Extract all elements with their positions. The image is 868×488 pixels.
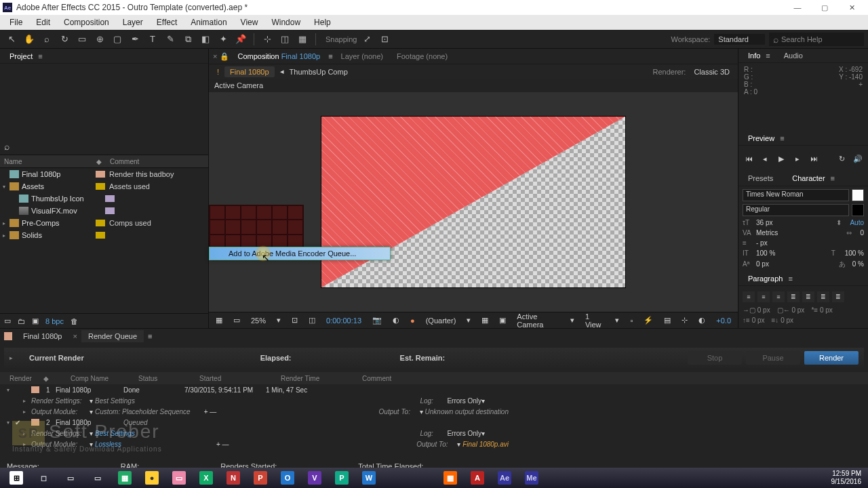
- taskbar-app[interactable]: ▦: [437, 469, 464, 487]
- font-family-dropdown[interactable]: Times New Roman: [743, 189, 849, 201]
- project-tab[interactable]: Project: [4, 50, 38, 62]
- zoom-tool-icon[interactable]: ⌕: [39, 32, 54, 47]
- taskbar-app[interactable]: ▭: [84, 469, 111, 487]
- project-item[interactable]: ▸Pre-CompsComps used: [0, 217, 208, 229]
- fast-preview-icon[interactable]: ⚡: [641, 316, 656, 325]
- tsume-value[interactable]: 0 %: [852, 260, 864, 268]
- menu-effect[interactable]: Effect: [150, 16, 184, 29]
- baseline-value[interactable]: 0 px: [756, 260, 769, 268]
- taskbar-app[interactable]: P: [328, 469, 355, 487]
- job1-twisty[interactable]: ▾: [7, 387, 15, 393]
- indent-right-value[interactable]: 0 px: [791, 306, 804, 314]
- stroke-width-value[interactable]: - px: [756, 239, 768, 247]
- transparency-icon[interactable]: ▦: [479, 316, 491, 325]
- timeline-close-icon[interactable]: ×: [73, 332, 77, 340]
- job2-rs-value[interactable]: Best Settings: [95, 430, 135, 437]
- system-clock[interactable]: 12:59 PM9/15/2016: [831, 470, 866, 486]
- trash-icon[interactable]: 🗑: [71, 317, 78, 325]
- indent-first-value[interactable]: 0 px: [820, 306, 833, 314]
- flowchart-icon[interactable]: ⊹: [679, 316, 690, 325]
- grid-toggle-icon[interactable]: ▦: [213, 316, 225, 325]
- snapshot-icon[interactable]: 📷: [370, 316, 384, 325]
- proj-comp-icon[interactable]: ▣: [32, 317, 39, 325]
- next-frame-icon[interactable]: ▸: [791, 152, 804, 165]
- proj-interpret-icon[interactable]: ▭: [4, 317, 11, 325]
- context-menu-add-to-ame[interactable]: Add to Adobe Media Encoder Queue...: [209, 247, 391, 260]
- justify-right-icon[interactable]: ≣: [817, 291, 829, 302]
- workspace-dropdown[interactable]: Standard: [714, 34, 765, 45]
- job2-check[interactable]: ✔: [15, 419, 24, 426]
- channel-icon[interactable]: ◐: [390, 316, 402, 325]
- mask-toggle-icon[interactable]: ▭: [231, 316, 243, 325]
- tracking-value[interactable]: 0: [860, 229, 864, 237]
- breadcrumb-back-icon[interactable]: ◂: [280, 67, 284, 76]
- project-item[interactable]: ▾AssetsAssets used: [0, 180, 208, 192]
- last-frame-icon[interactable]: ⏭: [808, 152, 820, 165]
- close-button[interactable]: ✕: [838, 0, 865, 15]
- layer-tab[interactable]: Layer (none): [336, 50, 389, 62]
- taskbar-app[interactable]: N: [220, 469, 247, 487]
- menu-edit[interactable]: Edit: [29, 16, 57, 29]
- exposure-reset-icon[interactable]: ◐: [696, 316, 708, 325]
- proj-folder-icon[interactable]: 🗀: [18, 317, 25, 325]
- justify-all-icon[interactable]: ≣: [832, 291, 844, 302]
- footage-tab[interactable]: Footage (none): [391, 50, 453, 62]
- camera-dropdown[interactable]: Active Camera: [514, 312, 562, 329]
- project-item[interactable]: Final 1080pRender this badboy: [0, 168, 208, 180]
- roto-tool-icon[interactable]: ✦: [216, 32, 231, 47]
- taskbar-app[interactable]: ▭: [165, 469, 193, 487]
- font-size-value[interactable]: 36 px: [756, 219, 772, 226]
- comp-close-icon[interactable]: ×: [213, 52, 217, 60]
- justify-left-icon[interactable]: ≣: [787, 291, 800, 302]
- mask-tool-icon[interactable]: ◫: [277, 32, 292, 47]
- taskbar-app[interactable]: ⊞: [3, 469, 30, 487]
- 3d-icon[interactable]: ▣: [496, 316, 509, 325]
- play-icon[interactable]: ▶: [775, 152, 787, 165]
- pause-button[interactable]: Pause: [746, 351, 800, 365]
- pen-tool-icon[interactable]: ✒: [127, 32, 142, 47]
- search-help-input[interactable]: Search Help: [769, 33, 864, 46]
- timecode[interactable]: 0:00:00:13: [323, 317, 364, 325]
- minimize-button[interactable]: —: [784, 0, 811, 15]
- composition-tab[interactable]: Composition Final 1080p: [232, 50, 326, 62]
- first-frame-icon[interactable]: ⏮: [743, 152, 755, 165]
- zoom-dropdown[interactable]: 25%: [248, 317, 269, 325]
- taskbar-app[interactable]: P: [247, 469, 274, 487]
- hand-tool-icon[interactable]: ✋: [22, 32, 37, 47]
- roi-icon[interactable]: ◫: [306, 316, 318, 325]
- selection-tool-icon[interactable]: ↖: [4, 32, 19, 47]
- space-after-value[interactable]: 0 px: [781, 317, 793, 324]
- job2-log-value[interactable]: Errors Only: [447, 430, 481, 437]
- hscale-value[interactable]: 100 %: [845, 249, 864, 257]
- presets-tab[interactable]: Presets: [743, 172, 778, 184]
- stop-button[interactable]: Stop: [688, 351, 742, 365]
- job1-log-value[interactable]: Errors Only: [447, 397, 481, 405]
- resolution-dropdown[interactable]: (Quarter): [423, 317, 459, 325]
- panbehind-tool-icon[interactable]: ⊕: [92, 32, 107, 47]
- menu-composition[interactable]: Composition: [57, 16, 116, 29]
- menu-file[interactable]: File: [3, 16, 29, 29]
- character-tab[interactable]: Character: [787, 172, 830, 184]
- kerning-value[interactable]: Metrics: [756, 229, 778, 237]
- bpc-button[interactable]: 8 bpc: [45, 317, 64, 325]
- font-style-dropdown[interactable]: Regular: [743, 204, 849, 216]
- col-comment[interactable]: Comment: [106, 158, 204, 165]
- comp-menu-icon[interactable]: ≡: [328, 52, 332, 60]
- taskbar-app[interactable]: ▦: [111, 469, 138, 487]
- project-item[interactable]: VisualFX.mov: [0, 205, 208, 217]
- snap-edge-icon[interactable]: ⊡: [378, 32, 393, 47]
- align-left-icon[interactable]: ≡: [743, 291, 755, 302]
- eraser-tool-icon[interactable]: ◧: [198, 32, 213, 47]
- menu-animation[interactable]: Animation: [184, 16, 233, 29]
- menu-window[interactable]: Window: [264, 16, 307, 29]
- align-right-icon[interactable]: ≡: [772, 291, 785, 302]
- align-center-icon[interactable]: ≡: [757, 291, 770, 302]
- render-button[interactable]: Render: [804, 351, 859, 365]
- comp-lock-icon[interactable]: 🔒: [220, 52, 229, 61]
- timeline-tab-comp[interactable]: Final 1080p: [16, 330, 69, 342]
- job2-om-value[interactable]: Lossless: [95, 441, 121, 448]
- menu-layer[interactable]: Layer: [116, 16, 150, 29]
- taskbar-app[interactable]: A: [464, 469, 491, 487]
- renderer-value[interactable]: Classic 3D: [694, 68, 730, 76]
- breadcrumb-1[interactable]: Final 1080p: [224, 66, 275, 77]
